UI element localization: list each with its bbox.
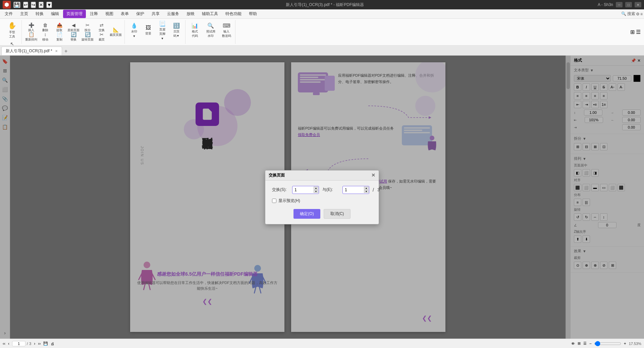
close-btn[interactable]: ✕ [635,2,641,7]
prev-page-icon: ◀ [72,22,75,28]
dialog-overlay: 交换页面 ✕ 交换(S): ▲ ▼ 与(E): [0,56,644,339]
prev-page-nav[interactable]: ‹‹ [3,341,5,346]
preview-checkbox[interactable] [272,199,276,203]
view-mode-btn[interactable]: ⊞ [578,341,581,346]
menu-cloud[interactable]: 云服务 [164,10,182,18]
maximize-btn[interactable]: □ [625,2,632,7]
next-page-nav[interactable]: ›› [38,341,41,346]
ribbon-subgroup2: ✂拆分 ⇄交换 🔃旋转页面 ✂裁页 [81,23,108,41]
dialog-total-pages: 3 [377,188,380,192]
swap-dialog: 交换页面 ✕ 交换(S): ▲ ▼ 与(E): [265,170,379,224]
zoom-slider[interactable] [594,341,621,346]
ribbon-btn-insert[interactable]: ➕插入 [24,23,38,32]
tab-close-btn[interactable]: ✕ [55,49,58,53]
menu-share[interactable]: 共享 [148,10,163,18]
ribbon-group-hand: ✋ 手型工具 ↖ 选择 [3,20,22,44]
input-code-icon: ⌨ [223,22,230,29]
tab-pdf[interactable]: 新人引导(1)_OCR(3).pdf * ✕ [1,47,62,55]
app-title: 新人引导(1)_OCR(3).pdf * - 福昕PDF编辑器 [286,2,364,8]
dialog-preview-row: 显示预览(H) [272,198,372,204]
with-spin-down[interactable]: ▼ [364,190,369,193]
ribbon-list-view[interactable]: ☰ [636,29,641,35]
print-btn[interactable]: 🖨 [51,342,54,346]
ribbon-btn-bates[interactable]: 🔢 贝茨码▼ [170,21,183,40]
zoom-level: 17.53% [629,342,641,346]
ribbon-btn-replace[interactable]: 🔄替换 [67,32,80,41]
ribbon-btn-watermark[interactable]: 💧 水印 ▼ [127,21,141,40]
statusbar: ‹‹ ‹ / 3 › ›› 💾 🖨 👁 ⊞ ☰ − + 17.53% [0,339,644,348]
menu-form[interactable]: 表单 [117,10,132,18]
ribbon-btn-copy[interactable]: 📄复制 [53,32,66,41]
new-tab-btn[interactable]: + [62,47,70,55]
split-icon: ✂ [86,22,90,28]
page-nav: / 3 [12,341,31,346]
ribbon-view-icons: ⊞ ☰ [630,20,641,44]
menu-protect[interactable]: 保护 [133,10,148,18]
ribbon-btn-header-footer[interactable]: 📃 页眉页脚 ▼ [156,21,169,40]
ribbon-btn-rearrange[interactable]: 📋重新排列 [24,32,38,41]
ribbon-btn-try-watermark[interactable]: 🔍 照试用水印 [202,21,219,40]
qa-redo[interactable]: ↪ [31,2,36,8]
ribbon-btn-background[interactable]: 🖼 背景 [142,21,155,40]
ribbon-btn-crop[interactable]: ✂裁页 [95,32,108,41]
ribbon-btn-delete[interactable]: 🗑删除 [39,23,52,32]
dialog-titlebar: 交换页面 ✕ [265,170,379,181]
titlebar-left: 💾 ↩ ↪ ✕ ▼ [3,1,52,9]
ribbon-group-watermark: 💧 水印 ▼ 🖼 背景 📃 页眉页脚 ▼ 🔢 贝茨码▼ [125,20,185,44]
more-btn[interactable]: ≡ [640,12,643,16]
dialog-cancel-btn[interactable]: 取消(C) [324,209,351,219]
menu-edit[interactable]: 编辑 [48,10,62,18]
ribbon-btn-move[interactable]: ↕移动 [39,32,52,41]
dialog-swap-row: 交换(S): ▲ ▼ 与(E): ▲ ▼ [272,186,372,194]
eye-btn[interactable]: 👁 [571,342,575,346]
qa-close[interactable]: ✕ [39,2,44,8]
with-spin-up[interactable]: ▲ [364,187,369,190]
ribbon-btn-input-code[interactable]: ⌨ 输入数送码 [220,21,233,40]
menu-convert[interactable]: 转换 [32,10,47,18]
scroll-mode-btn[interactable]: ☰ [583,341,587,346]
save-copy-btn[interactable]: 💾 [43,341,48,346]
zoom-out-btn[interactable]: − [589,341,592,346]
main-area: 🔖 ⊞ 🔍 ⬜ 📎 💬 📝 📋 › [0,56,644,339]
menu-present[interactable]: 放映 [183,10,198,18]
search-btn[interactable]: 🔍 搜索 [621,11,635,17]
app-logo [3,1,11,9]
swap-spin-down[interactable]: ▼ [314,190,318,193]
ribbon-btn-hand[interactable]: ✋ 手型工具 [5,21,19,40]
next-page-btn[interactable]: › [34,341,35,346]
dialog-swap-spin: ▲ ▼ [314,187,318,193]
ribbon-btn-select[interactable]: ↖ 选择 [5,40,19,46]
settings-btn[interactable]: ⚙ [636,12,640,16]
menu-view[interactable]: 视图 [102,10,117,18]
qa-undo[interactable]: ↩ [23,2,28,8]
try-watermark-icon: 🔍 [207,22,214,29]
menu-file[interactable]: 文件 [1,10,16,18]
ribbon-btn-rotate[interactable]: 🔃旋转页面 [81,32,94,41]
qa-save[interactable]: 💾 [13,2,20,8]
qa-more[interactable]: ▼ [46,2,52,8]
menu-special[interactable]: 特色功能 [222,10,245,18]
menu-annotation[interactable]: 注释 [87,10,101,18]
menu-assist[interactable]: 辅助工具 [199,10,221,18]
menubar: 文件 主页 转换 编辑 页面管理 注释 视图 表单 保护 共享 云服务 放映 辅… [0,9,644,19]
minimize-btn[interactable]: ─ [616,2,623,7]
ribbon-btn-split[interactable]: ✂拆分 [81,23,94,32]
page-input[interactable] [12,341,25,346]
menu-home[interactable]: 主页 [17,10,32,18]
ribbon-btn-extract[interactable]: 📤提取 [53,23,66,32]
swap-spin-up[interactable]: ▲ [314,187,318,190]
dialog-confirm-btn[interactable]: 确定(O) [293,209,320,219]
menu-help[interactable]: 帮助 [246,10,260,18]
ribbon-btn-swap[interactable]: ⇄交换 [95,23,108,32]
ribbon-btn-crop2[interactable]: 📐裁页页面 [109,28,122,37]
dialog-btn-row: 确定(O) 取消(C) [272,209,372,219]
dialog-separator: / [373,187,374,193]
ribbon-btn-format-code[interactable]: 📊 格式代码 [188,21,202,40]
menu-page-manage[interactable]: 页面管理 [63,10,86,18]
ribbon-btn-prev-page[interactable]: ◀居前页面 [67,23,80,32]
zoom-in-btn[interactable]: + [624,341,626,346]
prev-page-btn[interactable]: ‹ [8,341,9,346]
dialog-close-icon[interactable]: ✕ [371,172,375,178]
background-icon: 🖼 [146,25,151,31]
ribbon-grid-view[interactable]: ⊞ [630,29,635,35]
